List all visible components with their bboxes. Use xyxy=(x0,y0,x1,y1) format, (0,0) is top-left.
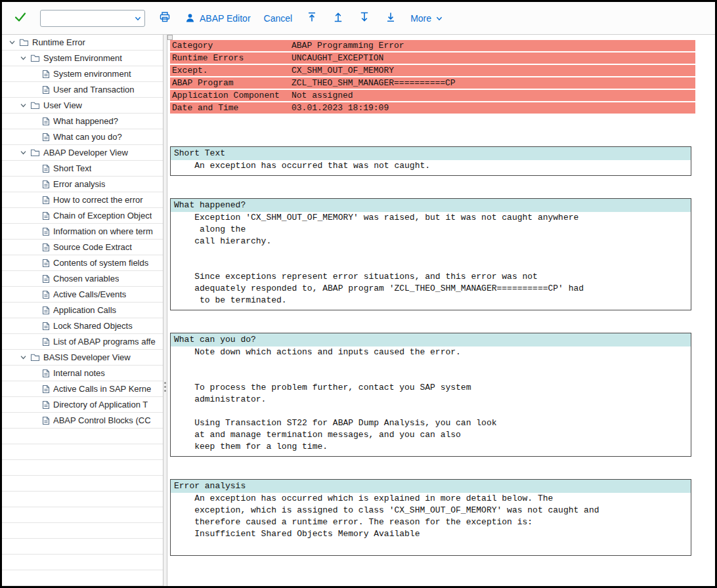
next-page-button[interactable] xyxy=(358,10,371,26)
tree-item-user-and-transaction[interactable]: User and Transaction xyxy=(2,82,163,98)
document-icon xyxy=(42,211,50,220)
scroll-corner xyxy=(167,35,173,40)
tree-item-what-can-you-do[interactable]: What can you do? xyxy=(2,129,163,145)
tree-item-label: Source Code Extract xyxy=(53,242,132,252)
splitter-grip-icon[interactable] xyxy=(164,382,166,392)
tree-item-chain-of-exception-object[interactable]: Chain of Exception Object xyxy=(2,208,163,224)
tree-item-list-of-abap-programs-affe[interactable]: List of ABAP programs affe xyxy=(2,334,163,350)
header-field-runtime-errors: Runtime ErrorsUNCAUGHT_EXCEPTION xyxy=(170,52,695,64)
document-icon xyxy=(42,400,50,410)
abap-editor-button[interactable]: ABAP Editor xyxy=(185,12,251,24)
header-field-value: Not assigned xyxy=(292,90,695,101)
tree-item-chosen-variables[interactable]: Chosen variables xyxy=(2,271,163,287)
tree-item-label: Directory of Application T xyxy=(53,400,148,410)
first-page-button[interactable] xyxy=(305,10,318,26)
section-text-line: exception, which is assigned to class 'C… xyxy=(171,505,691,516)
sections: Short Text An exception has occurred tha… xyxy=(170,146,715,556)
command-field[interactable] xyxy=(40,10,145,27)
expander-chevron-icon[interactable] xyxy=(20,54,27,62)
tree-item-information-on-where-term[interactable]: Information on where term xyxy=(2,224,163,240)
tree-item-label: Error analysis xyxy=(53,179,105,189)
expander-chevron-icon[interactable] xyxy=(9,39,16,46)
toolbar: ABAP Editor Cancel xyxy=(2,2,715,35)
tree-item-application-calls[interactable]: Application Calls xyxy=(2,303,163,318)
section-text-line xyxy=(171,406,691,417)
arrow-down-icon xyxy=(358,10,371,26)
header-field-value: 03.01.2023 18:19:09 xyxy=(292,102,695,114)
tree-item-directory-of-application-t[interactable]: Directory of Application T xyxy=(2,397,163,413)
tree-item-lock-shared-objects[interactable]: Lock Shared Objects xyxy=(2,318,163,334)
tree-item-abap-control-blocks-cc[interactable]: ABAP Control Blocks (CC xyxy=(2,413,163,429)
enter-button[interactable] xyxy=(14,10,27,26)
tree-item-label: Internal notes xyxy=(53,368,105,378)
section-text-line: An exception has occurred that was not c… xyxy=(171,160,691,172)
folder-icon xyxy=(30,54,40,62)
document-icon xyxy=(42,259,50,268)
tree-item-runtime-error[interactable]: Runtime Error xyxy=(2,35,163,51)
section-text-line xyxy=(171,358,691,370)
tree-item-user-view[interactable]: User View xyxy=(2,98,163,114)
section-text-line: administrator. xyxy=(171,394,691,406)
print-button[interactable] xyxy=(158,10,171,26)
tree-item-system-environment[interactable]: System environment xyxy=(2,66,163,82)
folder-icon xyxy=(30,101,40,110)
section-text-line: call hierarchy. xyxy=(171,236,691,247)
tree-item-basis-developer-view[interactable]: BASIS Developer View xyxy=(2,350,163,366)
header-field-label: ABAP Program xyxy=(172,77,292,89)
tree-item-error-analysis[interactable]: Error analysis xyxy=(2,177,163,192)
previous-page-button[interactable] xyxy=(332,10,345,26)
section-text-line: along the xyxy=(171,224,691,236)
document-icon xyxy=(42,196,50,205)
folder-icon xyxy=(30,353,40,362)
section-text-line xyxy=(171,247,691,259)
tree-item-label: Short Text xyxy=(53,163,91,173)
cancel-button[interactable]: Cancel xyxy=(264,13,293,24)
tree-item-label: Active Calls in SAP Kerne xyxy=(53,384,151,394)
tree-item-source-code-extract[interactable]: Source Code Extract xyxy=(2,240,163,255)
section-short-text: Short Text An exception has occurred tha… xyxy=(170,146,691,176)
arrow-down-line-icon xyxy=(384,10,397,26)
section-text-line: keep them for a long time. xyxy=(171,441,691,453)
section-what-happened: What happened? Exception 'CX_SHM_OUT_OF_… xyxy=(170,198,691,310)
tree-item-contents-of-system-fields[interactable]: Contents of system fields xyxy=(2,255,163,271)
tree-item-abap-developer-view[interactable]: ABAP Developer View xyxy=(2,145,163,161)
chevron-down-icon[interactable] xyxy=(134,14,142,22)
chevron-down-icon xyxy=(435,14,443,22)
document-icon xyxy=(42,369,50,378)
cancel-label: Cancel xyxy=(264,13,293,24)
tree-item-system-environment[interactable]: System Environment xyxy=(2,51,163,66)
header-field-value: ZCL_THEO_SHM_MANAGER==========CP xyxy=(292,77,695,89)
document-icon xyxy=(42,164,50,173)
document-icon xyxy=(42,180,50,189)
section-text-line: Note down which actions and inputs cause… xyxy=(171,346,691,358)
tree-item-short-text[interactable]: Short Text xyxy=(2,161,163,177)
tree-item-active-calls-events[interactable]: Active Calls/Events xyxy=(2,287,163,303)
header-field-label: Application Component xyxy=(172,90,292,101)
tree-item-label: What happened? xyxy=(53,116,118,126)
expander-chevron-icon[interactable] xyxy=(20,149,27,156)
tree-item-label: Application Calls xyxy=(53,305,116,315)
expander-chevron-icon[interactable] xyxy=(20,354,27,361)
tree-item-label: Information on where term xyxy=(53,226,153,236)
dump-header-table: CategoryABAP Programming ErrorRuntime Er… xyxy=(170,40,715,114)
tree-item-internal-notes[interactable]: Internal notes xyxy=(2,366,163,381)
tree-item-label: Contents of system fields xyxy=(53,258,148,268)
tree-item-active-calls-in-sap-kerne[interactable]: Active Calls in SAP Kerne xyxy=(2,381,163,397)
document-icon xyxy=(42,322,50,331)
command-input[interactable] xyxy=(45,13,134,23)
more-button[interactable]: More xyxy=(410,13,443,24)
section-text-line xyxy=(171,370,691,382)
header-field-value: UNCAUGHT_EXCEPTION xyxy=(292,52,695,64)
last-page-button[interactable] xyxy=(384,10,397,26)
document-icon xyxy=(42,337,50,346)
section-text-line: Since exceptions represent error situati… xyxy=(171,271,691,283)
tree-item-label: How to correct the error xyxy=(53,195,143,205)
document-icon xyxy=(42,85,50,94)
tree-item-label: User View xyxy=(43,100,82,110)
tree-item-label: ABAP Control Blocks (CC xyxy=(53,415,151,425)
tree-item-label: System Environment xyxy=(43,53,122,63)
header-field-label: Date and Time xyxy=(172,102,292,114)
expander-chevron-icon[interactable] xyxy=(20,102,27,109)
tree-item-how-to-correct-the-error[interactable]: How to correct the error xyxy=(2,192,163,208)
tree-item-what-happened[interactable]: What happened? xyxy=(2,114,163,129)
